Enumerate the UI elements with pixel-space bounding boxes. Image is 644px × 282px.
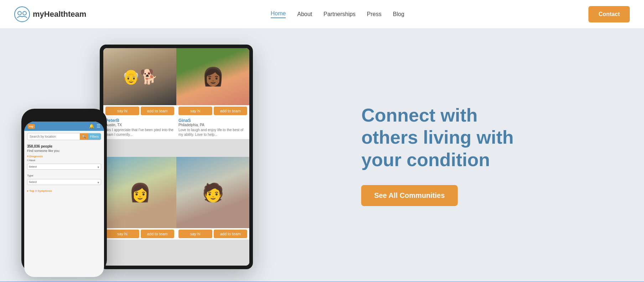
say-hi-button-gina[interactable]: say hi — [178, 107, 212, 115]
member-card-actions-woman: say hi add to team — [103, 228, 176, 240]
svg-point-1 — [18, 11, 21, 15]
phone-content: 358,036 people Find someone like you: ▾ … — [24, 142, 104, 277]
member-location-peter: Austin, TX — [105, 123, 174, 127]
svg-point-2 — [23, 11, 26, 15]
member-bio-gina: Love to laugh and enjoy life to the best… — [178, 128, 247, 137]
nav-press[interactable]: Press — [367, 11, 381, 17]
member-name-peter: PeterB — [105, 118, 174, 123]
member-photo-woman — [103, 157, 176, 228]
contact-button[interactable]: Contact — [588, 6, 630, 22]
member-name-gina: GinaS — [178, 118, 247, 123]
diagnosis-select-wrapper[interactable]: Select ▼ — [27, 163, 101, 172]
say-hi-button-peter[interactable]: say hi — [105, 107, 139, 115]
type-select[interactable]: Select — [27, 179, 101, 185]
phone-app-header: my 🔔 ☰ — [24, 122, 104, 131]
add-to-team-button-gina[interactable]: add to team — [214, 107, 248, 115]
phone-screen: my 🔔 ☰ 🔍 Filters 358,036 people Find som… — [24, 122, 104, 277]
member-card-actions-man: say hi add to team — [176, 228, 249, 240]
hero-section: say hi add to team PeterB Austin, TX nks… — [0, 29, 644, 282]
member-card-actions-peter: say hi add to team — [103, 105, 176, 117]
svg-point-0 — [15, 7, 30, 22]
notification-icon: 🔔 — [89, 124, 94, 129]
member-photo-gina — [176, 48, 249, 105]
member-location-gina: Philadelphia, PA — [178, 123, 247, 127]
member-card-actions-gina: say hi add to team — [176, 105, 249, 117]
phone-search-bar[interactable]: 🔍 Filters — [27, 133, 101, 140]
filters-button[interactable]: Filters — [88, 133, 101, 140]
diagnosis-select[interactable]: Select — [27, 164, 101, 170]
say-hi-button-man[interactable]: say hi — [178, 230, 212, 238]
find-label: Find someone like you: — [27, 149, 101, 153]
phone-header-icons: 🔔 ☰ — [89, 124, 100, 129]
nav-home[interactable]: Home — [271, 10, 286, 18]
search-button[interactable]: 🔍 — [80, 133, 88, 140]
phone-device: my 🔔 ☰ 🔍 Filters 358,036 people Find som… — [21, 109, 107, 273]
member-photo-peter — [103, 48, 176, 105]
member-count: 358,036 people — [27, 144, 101, 148]
member-photo-man — [176, 157, 249, 228]
add-to-team-button-man[interactable]: add to team — [214, 230, 248, 238]
nav-about[interactable]: About — [297, 11, 312, 17]
phone-notch — [50, 113, 78, 120]
devices-illustration: say hi add to team PeterB Austin, TX nks… — [0, 30, 354, 280]
diagnosis-filter-label: ▾ Diagnosis — [27, 155, 101, 158]
main-nav: Home About Partnerships Press Blog — [271, 10, 404, 18]
type-select-wrapper[interactable]: Select ▼ — [27, 178, 101, 187]
say-hi-button-woman[interactable]: say hi — [105, 230, 139, 238]
symptoms-label: ▸ Top 3 Symptoms — [27, 189, 101, 193]
phone-logo: my — [28, 124, 35, 129]
member-card-peter: say hi add to team PeterB Austin, TX nks… — [103, 48, 176, 157]
member-card-woman: say hi add to team — [103, 157, 176, 266]
tablet-screen: say hi add to team PeterB Austin, TX nks… — [103, 48, 249, 266]
logo-text: myHealthteam — [33, 10, 86, 19]
logo-icon — [14, 6, 30, 22]
member-card-man: say hi add to team — [176, 157, 249, 266]
search-input[interactable] — [27, 133, 80, 140]
nav-blog[interactable]: Blog — [393, 11, 404, 17]
member-info-peter: PeterB Austin, TX nks I appreciate that … — [103, 117, 176, 139]
logo[interactable]: myHealthteam — [14, 6, 86, 22]
add-to-team-button-woman[interactable]: add to team — [141, 230, 175, 238]
add-to-team-button-peter[interactable]: add to team — [141, 107, 175, 115]
hero-text-area: Connect with others living with your con… — [354, 83, 644, 227]
member-info-gina: GinaS Philadelphia, PA Love to laugh and… — [176, 117, 249, 139]
member-card-gina: say hi add to team GinaS Philadelphia, P… — [176, 48, 249, 157]
tablet-device: say hi add to team PeterB Austin, TX nks… — [100, 45, 253, 269]
type-label: Type — [27, 174, 101, 177]
menu-icon: ☰ — [97, 124, 100, 129]
site-header: myHealthteam Home About Partnerships Pre… — [0, 0, 644, 29]
hero-title: Connect with others living with your con… — [361, 104, 623, 171]
nav-partnerships[interactable]: Partnerships — [323, 11, 355, 17]
member-bio-peter: nks I appreciate that I've been pted int… — [105, 128, 174, 137]
see-all-communities-button[interactable]: See All Communities — [361, 185, 457, 206]
i-have-label: I Have — [27, 159, 101, 162]
